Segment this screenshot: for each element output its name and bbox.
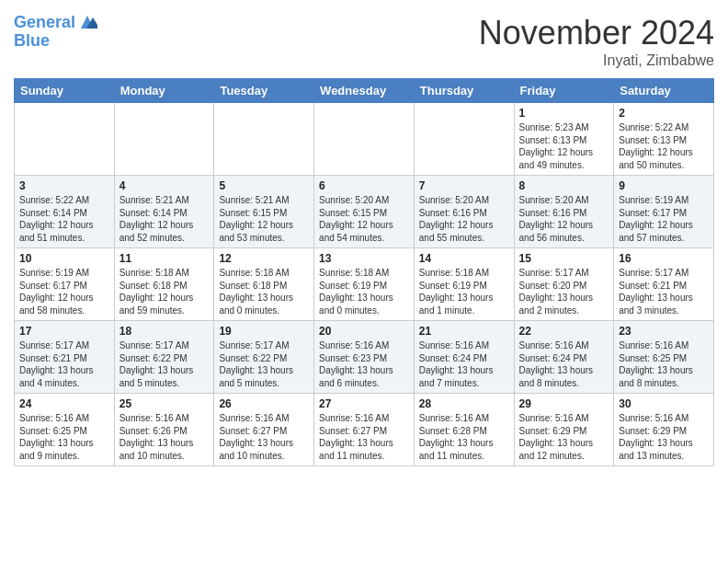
page-container: General Blue November 2024 Inyati, Zimba… <box>0 0 728 476</box>
day-number: 23 <box>619 325 709 338</box>
table-row: 13Sunrise: 5:18 AM Sunset: 6:19 PM Dayli… <box>314 248 415 321</box>
day-info: Sunrise: 5:17 AM Sunset: 6:21 PM Dayligh… <box>19 339 109 389</box>
table-row: 9Sunrise: 5:19 AM Sunset: 6:17 PM Daylig… <box>614 176 714 248</box>
table-row: 5Sunrise: 5:21 AM Sunset: 6:15 PM Daylig… <box>214 176 314 248</box>
month-title: November 2024 <box>479 14 714 52</box>
col-sunday: Sunday <box>15 79 115 103</box>
day-info: Sunrise: 5:16 AM Sunset: 6:27 PM Dayligh… <box>219 412 309 462</box>
day-info: Sunrise: 5:17 AM Sunset: 6:22 PM Dayligh… <box>119 339 210 389</box>
calendar-week-row: 10Sunrise: 5:19 AM Sunset: 6:17 PM Dayli… <box>15 248 714 321</box>
day-number: 5 <box>219 179 309 192</box>
calendar-week-row: 17Sunrise: 5:17 AM Sunset: 6:21 PM Dayli… <box>15 321 714 394</box>
day-info: Sunrise: 5:16 AM Sunset: 6:29 PM Dayligh… <box>519 412 609 462</box>
day-info: Sunrise: 5:16 AM Sunset: 6:24 PM Dayligh… <box>519 339 609 389</box>
day-info: Sunrise: 5:22 AM Sunset: 6:13 PM Dayligh… <box>619 121 709 171</box>
day-info: Sunrise: 5:17 AM Sunset: 6:20 PM Dayligh… <box>519 267 609 316</box>
table-row: 21Sunrise: 5:16 AM Sunset: 6:24 PM Dayli… <box>414 321 514 394</box>
day-info: Sunrise: 5:17 AM Sunset: 6:22 PM Dayligh… <box>219 339 309 389</box>
day-info: Sunrise: 5:16 AM Sunset: 6:25 PM Dayligh… <box>619 339 709 389</box>
day-info: Sunrise: 5:18 AM Sunset: 6:19 PM Dayligh… <box>319 267 409 316</box>
day-number: 14 <box>419 252 509 265</box>
table-row <box>114 103 214 176</box>
day-number: 26 <box>219 397 309 410</box>
table-row: 7Sunrise: 5:20 AM Sunset: 6:16 PM Daylig… <box>414 176 514 248</box>
day-number: 24 <box>19 397 109 410</box>
logo-blue: Blue <box>14 32 97 51</box>
day-info: Sunrise: 5:17 AM Sunset: 6:21 PM Dayligh… <box>619 267 709 316</box>
table-row <box>15 103 115 176</box>
day-info: Sunrise: 5:20 AM Sunset: 6:16 PM Dayligh… <box>419 194 509 244</box>
day-number: 10 <box>19 252 109 265</box>
day-info: Sunrise: 5:16 AM Sunset: 6:28 PM Dayligh… <box>419 412 509 462</box>
day-info: Sunrise: 5:16 AM Sunset: 6:25 PM Dayligh… <box>19 412 109 462</box>
day-info: Sunrise: 5:20 AM Sunset: 6:16 PM Dayligh… <box>519 194 609 244</box>
day-info: Sunrise: 5:21 AM Sunset: 6:15 PM Dayligh… <box>219 194 309 244</box>
day-info: Sunrise: 5:18 AM Sunset: 6:18 PM Dayligh… <box>219 267 309 316</box>
day-info: Sunrise: 5:16 AM Sunset: 6:23 PM Dayligh… <box>319 339 409 389</box>
table-row: 22Sunrise: 5:16 AM Sunset: 6:24 PM Dayli… <box>514 321 614 394</box>
table-row: 3Sunrise: 5:22 AM Sunset: 6:14 PM Daylig… <box>15 176 115 248</box>
table-row: 14Sunrise: 5:18 AM Sunset: 6:19 PM Dayli… <box>414 248 514 321</box>
table-row: 1Sunrise: 5:23 AM Sunset: 6:13 PM Daylig… <box>514 103 614 176</box>
day-info: Sunrise: 5:16 AM Sunset: 6:24 PM Dayligh… <box>419 339 509 389</box>
table-row: 11Sunrise: 5:18 AM Sunset: 6:18 PM Dayli… <box>114 248 214 321</box>
table-row: 15Sunrise: 5:17 AM Sunset: 6:20 PM Dayli… <box>514 248 614 321</box>
day-number: 6 <box>319 179 409 192</box>
day-number: 29 <box>519 397 609 410</box>
day-info: Sunrise: 5:20 AM Sunset: 6:15 PM Dayligh… <box>319 194 409 244</box>
table-row: 29Sunrise: 5:16 AM Sunset: 6:29 PM Dayli… <box>514 394 614 466</box>
table-row: 6Sunrise: 5:20 AM Sunset: 6:15 PM Daylig… <box>314 176 415 248</box>
logo-text: General <box>14 14 75 32</box>
day-number: 8 <box>519 179 609 192</box>
table-row: 23Sunrise: 5:16 AM Sunset: 6:25 PM Dayli… <box>614 321 714 394</box>
day-info: Sunrise: 5:16 AM Sunset: 6:29 PM Dayligh… <box>619 412 709 462</box>
day-number: 11 <box>119 252 210 265</box>
col-monday: Monday <box>114 79 214 103</box>
day-number: 12 <box>219 252 309 265</box>
table-row: 18Sunrise: 5:17 AM Sunset: 6:22 PM Dayli… <box>114 321 214 394</box>
day-number: 4 <box>119 179 210 192</box>
table-row: 25Sunrise: 5:16 AM Sunset: 6:26 PM Dayli… <box>114 394 214 466</box>
day-number: 28 <box>419 397 509 410</box>
day-number: 18 <box>119 325 210 338</box>
col-tuesday: Tuesday <box>214 79 314 103</box>
day-info: Sunrise: 5:16 AM Sunset: 6:27 PM Dayligh… <box>319 412 409 462</box>
calendar-header-row: Sunday Monday Tuesday Wednesday Thursday… <box>15 79 714 103</box>
day-number: 20 <box>319 325 409 338</box>
day-info: Sunrise: 5:18 AM Sunset: 6:18 PM Dayligh… <box>119 267 210 316</box>
day-info: Sunrise: 5:19 AM Sunset: 6:17 PM Dayligh… <box>619 194 709 244</box>
table-row <box>214 103 314 176</box>
table-row: 17Sunrise: 5:17 AM Sunset: 6:21 PM Dayli… <box>15 321 115 394</box>
table-row <box>414 103 514 176</box>
day-info: Sunrise: 5:19 AM Sunset: 6:17 PM Dayligh… <box>19 267 109 316</box>
table-row: 26Sunrise: 5:16 AM Sunset: 6:27 PM Dayli… <box>214 394 314 466</box>
col-thursday: Thursday <box>414 79 514 103</box>
table-row: 19Sunrise: 5:17 AM Sunset: 6:22 PM Dayli… <box>214 321 314 394</box>
day-number: 19 <box>219 325 309 338</box>
table-row: 30Sunrise: 5:16 AM Sunset: 6:29 PM Dayli… <box>614 394 714 466</box>
page-header: General Blue November 2024 Inyati, Zimba… <box>14 14 714 69</box>
day-info: Sunrise: 5:22 AM Sunset: 6:14 PM Dayligh… <box>19 194 109 244</box>
location-subtitle: Inyati, Zimbabwe <box>479 52 714 69</box>
day-number: 3 <box>19 179 109 192</box>
table-row: 16Sunrise: 5:17 AM Sunset: 6:21 PM Dayli… <box>614 248 714 321</box>
day-number: 22 <box>519 325 609 338</box>
day-number: 30 <box>619 397 709 410</box>
calendar-week-row: 1Sunrise: 5:23 AM Sunset: 6:13 PM Daylig… <box>15 103 714 176</box>
day-number: 1 <box>519 107 609 120</box>
logo: General Blue <box>14 14 97 51</box>
day-info: Sunrise: 5:16 AM Sunset: 6:26 PM Dayligh… <box>119 412 210 462</box>
day-number: 9 <box>619 179 709 192</box>
table-row: 2Sunrise: 5:22 AM Sunset: 6:13 PM Daylig… <box>614 103 714 176</box>
day-number: 7 <box>419 179 509 192</box>
day-number: 13 <box>319 252 409 265</box>
day-info: Sunrise: 5:23 AM Sunset: 6:13 PM Dayligh… <box>519 121 609 171</box>
logo-icon <box>77 12 97 32</box>
day-number: 25 <box>119 397 210 410</box>
table-row: 12Sunrise: 5:18 AM Sunset: 6:18 PM Dayli… <box>214 248 314 321</box>
day-info: Sunrise: 5:21 AM Sunset: 6:14 PM Dayligh… <box>119 194 210 244</box>
day-number: 27 <box>319 397 409 410</box>
col-friday: Friday <box>514 79 614 103</box>
table-row: 10Sunrise: 5:19 AM Sunset: 6:17 PM Dayli… <box>15 248 115 321</box>
calendar-week-row: 3Sunrise: 5:22 AM Sunset: 6:14 PM Daylig… <box>15 176 714 248</box>
